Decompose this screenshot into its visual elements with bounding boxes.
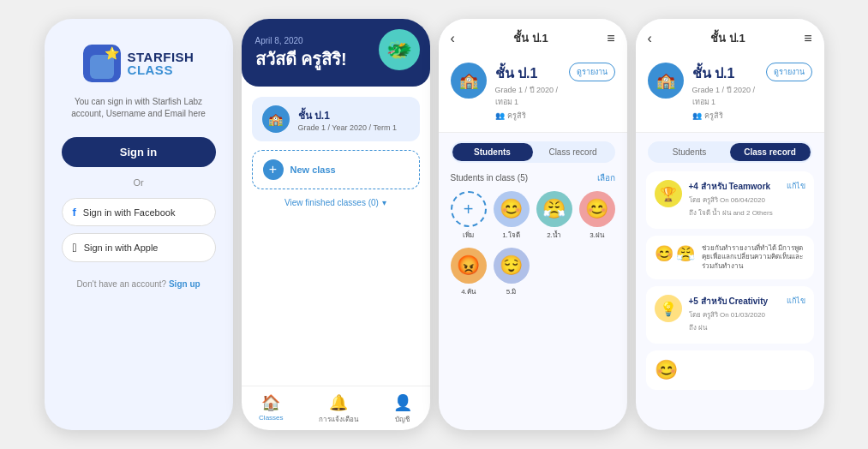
student-name-3: 3.ฝน: [590, 230, 604, 241]
login-screen: STARFISH CLASS You can sign in with Star…: [45, 19, 233, 430]
student-item-1[interactable]: 😊 1.ใจดี: [494, 191, 530, 241]
students-header: Students in class (5) เลือก: [451, 171, 615, 184]
student-item-2[interactable]: 😤 2.น้ำ: [536, 191, 572, 241]
tab-bar-record: Students Class record: [648, 141, 812, 163]
select-button[interactable]: เลือก: [597, 171, 615, 184]
edit-button-3[interactable]: แก้ไข: [787, 295, 805, 307]
avatar-bottom: 😊: [655, 359, 678, 381]
signin-button[interactable]: Sign in: [62, 137, 216, 167]
view-finished-button[interactable]: View finished classes (0) ▾: [252, 198, 420, 207]
menu-icon-record[interactable]: ≡: [804, 31, 811, 46]
avatar-group-1: 😊: [655, 244, 673, 263]
student-item-5[interactable]: 😌 5.มิ: [494, 248, 530, 297]
topbar-title: ชั้น ป.1: [513, 29, 548, 47]
logo-text: STARFISH CLASS: [128, 51, 195, 76]
class-grade: Grade 1 / Year 2020 / Term 1: [298, 123, 410, 132]
student-avatar-5: 😌: [494, 248, 530, 284]
class-info: ชั้น ป.1 Grade 1 / Year 2020 / Term 1: [298, 107, 410, 132]
student-name-4: 4.คัน: [461, 286, 476, 297]
topbar: ‹ ชั้น ป.1 ≡: [439, 19, 627, 52]
record-title-3: +5 สำหรับ Creativity: [689, 295, 780, 308]
record-section: 🏆 +4 สำหรับ Teamwork โดย ครูสิริ On 06/0…: [636, 171, 824, 430]
add-label: เพิ่ม: [463, 230, 474, 241]
facebook-signin-button[interactable]: f Sign in with Facebook: [62, 198, 216, 226]
classes-body: 🏫 ชั้น ป.1 Grade 1 / Year 2020 / Term 1 …: [242, 87, 430, 386]
record-card-4: 😊: [646, 350, 814, 390]
record-meta2-3: ถึง ฝน: [689, 322, 780, 333]
class-detail-grade: Grade 1 / ปี 2020 / เทอม 1: [495, 84, 560, 108]
student-avatar-4: 😡: [451, 248, 487, 284]
class-name-record: ชั้น ป.1: [692, 63, 757, 84]
student-name-5: 5.มิ: [506, 286, 517, 297]
apple-label: Sign in with Apple: [84, 242, 159, 253]
signup-link[interactable]: Sign up: [169, 279, 201, 289]
home-icon: 🏠: [261, 393, 280, 412]
footer-classes[interactable]: 🏠 Classes: [259, 393, 283, 425]
bell-icon: 🔔: [329, 393, 348, 412]
logo-starfish: STARFISH: [128, 51, 195, 63]
new-class-button[interactable]: + New class: [252, 150, 420, 189]
facebook-label: Sign in with Facebook: [83, 207, 176, 218]
class-info-section: 🏫 ชั้น ป.1 Grade 1 / ปี 2020 / เทอม 1 👥 …: [439, 52, 627, 133]
record-screen: ‹ ชั้น ป.1 ≡ 🏫 ชั้น ป.1 Grade 1 / ปี 202…: [636, 19, 824, 430]
record-meta-1: โดย ครูสิริ On 06/04/2020: [689, 195, 780, 206]
record-content-3: +5 สำหรับ Creativity โดย ครูสิริ On 01/0…: [689, 295, 780, 335]
record-card-1: 🏆 +4 สำหรับ Teamwork โดย ครูสิริ On 06/0…: [646, 171, 814, 229]
facebook-icon: f: [73, 206, 76, 219]
monster-avatar: 🐲: [379, 29, 420, 70]
class-text-record: ชั้น ป.1 Grade 1 / ปี 2020 / เทอม 1 👥 คร…: [692, 63, 757, 122]
report-button-record[interactable]: ดูรายงาน: [766, 63, 812, 81]
footer-profile[interactable]: 👤 บัญชี: [393, 393, 412, 425]
class-detail-name: ชั้น ป.1: [495, 63, 560, 84]
person-icon: 👤: [393, 393, 412, 412]
footer-notifications-label: การแจ้งเตือน: [319, 414, 358, 425]
edit-button-1[interactable]: แก้ไข: [787, 180, 805, 192]
tab-bar: Students Class record: [451, 141, 615, 163]
record-card-3: 💡 +5 สำหรับ Creativity โดย ครูสิริ On 01…: [646, 286, 814, 344]
apple-icon: : [73, 241, 77, 254]
view-finished-label: View finished classes (0): [284, 198, 379, 207]
record-desc-2: ช่วยกันทำรายงานที่ทำได้ มีการพูดคุยเพื่อ…: [702, 244, 805, 271]
class-detail-teacher: 👥 ครูสิริ: [495, 110, 560, 122]
tab-students-record[interactable]: Students: [650, 143, 730, 161]
new-class-label: New class: [290, 165, 336, 175]
back-icon-record[interactable]: ‹: [648, 31, 652, 46]
report-button[interactable]: ดูรายงาน: [569, 63, 615, 81]
classes-screen: April 8, 2020 สวัสดี ครูสิริ! 🐲 🏫 ชั้น ป…: [242, 19, 430, 430]
class-detail-text: ชั้น ป.1 Grade 1 / ปี 2020 / เทอม 1 👥 คร…: [495, 63, 560, 122]
class-grade-record: Grade 1 / ปี 2020 / เทอม 1: [692, 84, 757, 108]
teamwork-icon: 🏆: [655, 180, 682, 207]
students-screen: ‹ ชั้น ป.1 ≡ 🏫 ชั้น ป.1 Grade 1 / ปี 202…: [439, 19, 627, 430]
people-icon: 👥: [495, 111, 505, 120]
record-card-2: 😊 😤 ช่วยกันทำรายงานที่ทำได้ มีการพูดคุยเ…: [646, 236, 814, 279]
students-section: Students in class (5) เลือก + เพิ่ม 😊 1.…: [439, 171, 627, 430]
record-meta2-1: ถึง ใจดี น้ำ ฝน and 2 Others: [689, 207, 780, 219]
topbar-record: ‹ ชั้น ป.1 ≡: [636, 19, 824, 52]
record-content-1: +4 สำหรับ Teamwork โดย ครูสิริ On 06/04/…: [689, 180, 780, 220]
tab-record-active[interactable]: Class record: [730, 143, 811, 161]
student-name-1: 1.ใจดี: [502, 230, 520, 241]
signup-prompt: Don't have an account? Sign up: [76, 279, 200, 289]
tab-record[interactable]: Class record: [533, 143, 614, 161]
classes-header: April 8, 2020 สวัสดี ครูสิริ! 🐲: [242, 19, 430, 87]
footer-notifications[interactable]: 🔔 การแจ้งเตือน: [319, 393, 358, 425]
add-student-item[interactable]: + เพิ่ม: [451, 191, 487, 241]
class-icon: 🏫: [262, 105, 290, 133]
menu-icon[interactable]: ≡: [607, 31, 614, 46]
mini-avatars: 😊 😤: [655, 244, 695, 263]
student-name-2: 2.น้ำ: [547, 230, 561, 241]
login-subtitle: You can sign in with Starfish Labz accou…: [62, 96, 216, 120]
student-item-4[interactable]: 😡 4.คัน: [451, 248, 487, 297]
apple-signin-button[interactable]:  Sign in with Apple: [62, 233, 216, 262]
topbar-title-record: ชั้น ป.1: [710, 29, 745, 47]
student-avatar-2: 😤: [536, 191, 572, 227]
logo-class: CLASS: [128, 63, 195, 76]
footer-classes-label: Classes: [259, 414, 283, 422]
add-student-button[interactable]: +: [451, 191, 487, 227]
class-info-record: 🏫 ชั้น ป.1 Grade 1 / ปี 2020 / เทอม 1 👥 …: [636, 52, 824, 133]
chevron-down-icon: ▾: [382, 198, 386, 207]
class-card[interactable]: 🏫 ชั้น ป.1 Grade 1 / Year 2020 / Term 1: [252, 97, 420, 141]
student-item-3[interactable]: 😊 3.ฝน: [579, 191, 615, 241]
back-icon[interactable]: ‹: [451, 31, 455, 46]
tab-students[interactable]: Students: [452, 143, 533, 161]
